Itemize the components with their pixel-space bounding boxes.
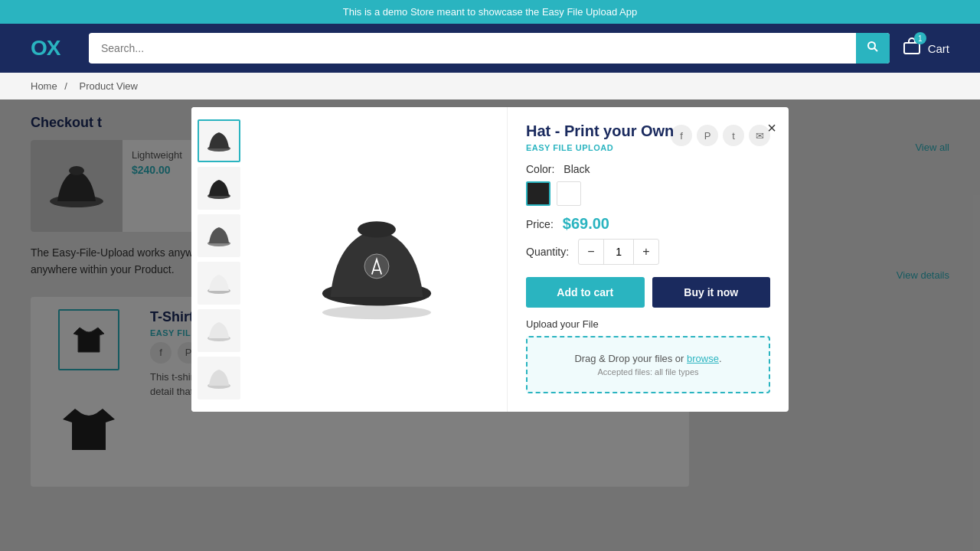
quantity-label: Quantity: — [526, 246, 569, 258]
color-swatch-white[interactable] — [557, 181, 581, 206]
color-swatch-black[interactable] — [526, 181, 550, 206]
announcement-bar: This is a demo Store meant to showcase t… — [0, 0, 980, 24]
thumb-hat-2 — [205, 174, 233, 202]
upload-area[interactable]: Drag & Drop your files or browse. Accept… — [526, 336, 770, 393]
color-label: Color: — [526, 163, 554, 175]
quantity-increase-button[interactable]: + — [634, 240, 658, 264]
breadcrumb-current: Product View — [80, 80, 138, 92]
svg-point-0 — [868, 42, 875, 49]
breadcrumb-home[interactable]: Home — [31, 80, 57, 92]
color-row: Color: Black — [526, 163, 770, 175]
thumb-hat-1 — [205, 127, 233, 155]
upload-text: Drag & Drop your files or — [574, 353, 684, 364]
cart-label: Cart — [928, 42, 949, 55]
upload-label: Upload your File — [526, 318, 770, 330]
modal-thumbnails — [191, 107, 247, 412]
modal-twitter-icon[interactable]: t — [723, 125, 744, 146]
quantity-decrease-button[interactable]: − — [579, 240, 603, 264]
thumbnail-3[interactable] — [198, 214, 240, 257]
announcement-text: This is a demo Store meant to showcase t… — [343, 6, 637, 18]
search-button[interactable] — [856, 33, 890, 64]
thumbnail-6[interactable] — [198, 357, 240, 399]
thumb-hat-5 — [205, 317, 233, 344]
modal-main-image — [247, 107, 507, 412]
buy-now-button[interactable]: Buy it now — [652, 277, 771, 308]
quantity-control: − + — [578, 239, 659, 265]
svg-rect-2 — [904, 43, 920, 54]
search-icon — [867, 41, 879, 53]
modal-close-button[interactable]: × — [767, 119, 776, 137]
quantity-input[interactable] — [603, 240, 634, 264]
accepted-files-text: Accepted files: all file types — [543, 367, 753, 377]
breadcrumb-separator: / — [64, 80, 67, 92]
quantity-row: Quantity: − + — [526, 239, 770, 265]
thumb-hat-6 — [205, 364, 233, 392]
cart-icon-wrap: 1 — [902, 37, 922, 60]
thumbnail-4[interactable] — [198, 262, 240, 305]
modal-left — [191, 107, 507, 412]
search-input[interactable] — [89, 34, 856, 62]
page-content: Checkout t View all Lightweight $240.00 … — [0, 99, 980, 551]
svg-point-11 — [322, 305, 431, 319]
price-label: Price: — [526, 218, 554, 230]
logo[interactable]: OX — [31, 36, 77, 60]
thumbnail-1[interactable] — [198, 119, 240, 162]
modal-overlay: Hat - Print your Own EASY FILE UPLOAD f … — [0, 99, 980, 551]
cart-area[interactable]: 1 Cart — [902, 37, 949, 60]
thumb-hat-4 — [205, 269, 233, 297]
price-value: $69.00 — [563, 215, 609, 233]
browse-link[interactable]: browse — [687, 353, 719, 364]
cart-badge: 1 — [914, 32, 926, 44]
thumbnail-2[interactable] — [198, 167, 240, 210]
modal-pinterest-icon[interactable]: P — [697, 125, 718, 146]
add-to-cart-button[interactable]: Add to cart — [526, 277, 645, 308]
color-value: Black — [564, 163, 590, 175]
thumb-hat-3 — [205, 222, 233, 249]
modal-right: Hat - Print your Own EASY FILE UPLOAD f … — [507, 107, 789, 412]
svg-point-13 — [358, 221, 396, 237]
header: OX 1 Cart — [0, 24, 980, 73]
search-bar — [89, 33, 890, 64]
price-row: Price: $69.00 — [526, 215, 770, 233]
thumbnail-5[interactable] — [198, 309, 240, 352]
action-buttons: Add to cart Buy it now — [526, 277, 770, 308]
svg-line-1 — [874, 48, 877, 51]
modal: Hat - Print your Own EASY FILE UPLOAD f … — [191, 107, 789, 412]
breadcrumb: Home / Product View — [0, 73, 980, 99]
modal-hat-main — [300, 198, 453, 321]
